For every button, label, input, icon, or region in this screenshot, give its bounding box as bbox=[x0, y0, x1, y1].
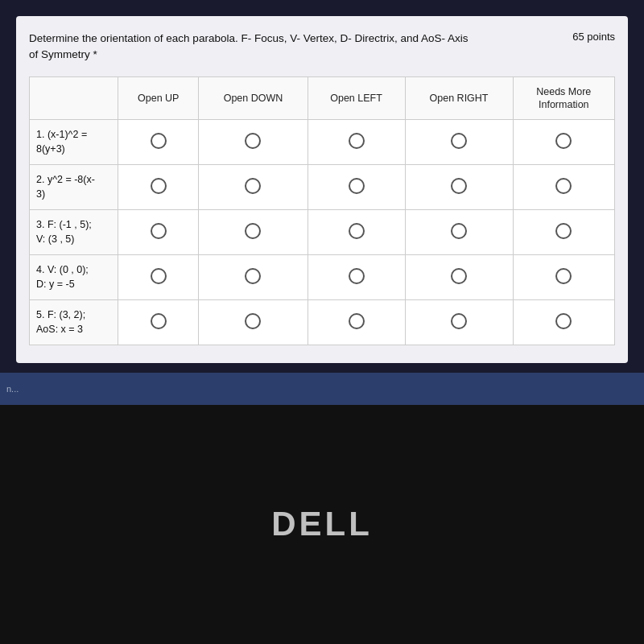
col-header-empty bbox=[30, 76, 118, 120]
radio-cell bbox=[513, 165, 614, 210]
table-container: Open UP Open DOWN Open LEFT Open RIGHT N… bbox=[29, 76, 615, 346]
radio-5-left[interactable] bbox=[349, 313, 365, 329]
radio-2-left[interactable] bbox=[349, 178, 365, 194]
radio-cell bbox=[199, 300, 308, 345]
radio-cell bbox=[199, 210, 308, 255]
radio-3-up[interactable] bbox=[151, 223, 167, 239]
radio-cell bbox=[118, 165, 199, 210]
radio-cell bbox=[308, 300, 405, 345]
radio-cell bbox=[405, 120, 513, 165]
taskbar: n... bbox=[0, 373, 644, 405]
radio-4-right[interactable] bbox=[451, 268, 467, 284]
radio-cell bbox=[405, 300, 513, 345]
radio-1-left[interactable] bbox=[349, 133, 365, 149]
row-label-2: 2. y^2 = -8(x-3) bbox=[30, 165, 118, 210]
radio-5-up[interactable] bbox=[151, 313, 167, 329]
radio-2-needs-more[interactable] bbox=[555, 178, 572, 194]
col-header-open-left: Open LEFT bbox=[308, 76, 405, 120]
radio-cell bbox=[118, 210, 199, 255]
dell-e-icon: E bbox=[299, 505, 325, 543]
radio-cell bbox=[513, 300, 614, 345]
radio-cell bbox=[199, 255, 308, 300]
radio-4-needs-more[interactable] bbox=[555, 268, 572, 284]
taskbar-text: n... bbox=[6, 384, 19, 394]
radio-2-up[interactable] bbox=[151, 178, 167, 194]
radio-4-up[interactable] bbox=[151, 268, 167, 284]
radio-cell bbox=[405, 165, 513, 210]
table-row: 4. V: (0 , 0);D: y = -5 bbox=[30, 255, 615, 300]
table-row: 5. F: (3, 2);AoS: x = 3 bbox=[30, 300, 615, 345]
row-label-3: 3. F: (-1 , 5);V: (3 , 5) bbox=[30, 210, 118, 255]
col-header-open-right: Open RIGHT bbox=[405, 76, 513, 120]
radio-1-down[interactable] bbox=[245, 133, 261, 149]
radio-cell bbox=[118, 120, 199, 165]
radio-4-left[interactable] bbox=[349, 268, 365, 284]
radio-cell bbox=[513, 255, 614, 300]
points-label: 65 points bbox=[572, 31, 615, 43]
radio-3-right[interactable] bbox=[451, 223, 467, 239]
radio-4-down[interactable] bbox=[245, 268, 261, 284]
radio-1-needs-more[interactable] bbox=[555, 133, 572, 149]
question-title: Determine the orientation of each parabo… bbox=[29, 31, 480, 64]
dell-logo: DELL bbox=[271, 505, 373, 543]
radio-3-left[interactable] bbox=[349, 223, 365, 239]
radio-3-down[interactable] bbox=[245, 223, 261, 239]
col-header-needs-more: Needs MoreInformation bbox=[513, 76, 614, 120]
table-row: 1. (x-1)^2 =8(y+3) bbox=[30, 120, 615, 165]
orientation-table: Open UP Open DOWN Open LEFT Open RIGHT N… bbox=[29, 76, 615, 346]
radio-cell bbox=[199, 120, 308, 165]
row-label-4: 4. V: (0 , 0);D: y = -5 bbox=[30, 255, 118, 300]
row-label-5: 5. F: (3, 2);AoS: x = 3 bbox=[30, 300, 118, 345]
header-row: Determine the orientation of each parabo… bbox=[29, 31, 615, 64]
radio-cell bbox=[199, 165, 308, 210]
radio-5-down[interactable] bbox=[245, 313, 261, 329]
radio-cell bbox=[308, 165, 405, 210]
quiz-screen: Determine the orientation of each parabo… bbox=[16, 16, 628, 363]
radio-5-right[interactable] bbox=[451, 313, 467, 329]
col-header-open-down: Open DOWN bbox=[199, 76, 308, 120]
radio-cell bbox=[405, 210, 513, 255]
col-header-open-up: Open UP bbox=[118, 76, 199, 120]
radio-cell bbox=[308, 210, 405, 255]
radio-5-needs-more[interactable] bbox=[555, 313, 572, 329]
radio-1-right[interactable] bbox=[451, 133, 467, 149]
radio-cell bbox=[118, 255, 199, 300]
radio-cell bbox=[308, 120, 405, 165]
radio-2-down[interactable] bbox=[245, 178, 261, 194]
radio-cell bbox=[308, 255, 405, 300]
table-row: 3. F: (-1 , 5);V: (3 , 5) bbox=[30, 210, 615, 255]
radio-2-right[interactable] bbox=[451, 178, 467, 194]
radio-cell bbox=[513, 210, 614, 255]
dell-logo-text: DELL bbox=[271, 505, 373, 543]
radio-cell bbox=[118, 300, 199, 345]
row-label-1: 1. (x-1)^2 =8(y+3) bbox=[30, 120, 118, 165]
keyboard-area: DELL bbox=[0, 405, 644, 644]
table-row: 2. y^2 = -8(x-3) bbox=[30, 165, 615, 210]
radio-1-up[interactable] bbox=[151, 133, 167, 149]
radio-3-needs-more[interactable] bbox=[555, 223, 572, 239]
radio-cell bbox=[405, 255, 513, 300]
radio-cell bbox=[513, 120, 614, 165]
